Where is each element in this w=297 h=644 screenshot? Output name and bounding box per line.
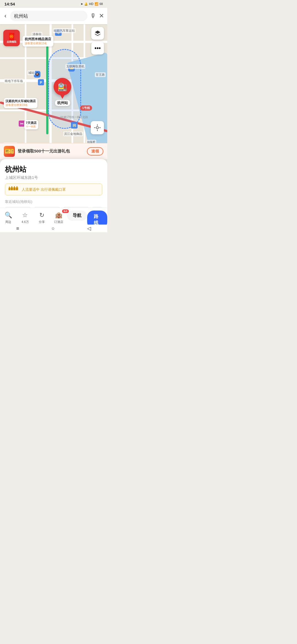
place-address: 上城区环城东路1号 <box>5 175 102 180</box>
map-controls: ••• <box>91 27 104 54</box>
map-label-ticket: 互联网取票机 <box>65 64 85 69</box>
nav-item-nearby[interactable]: 🔍 周边 <box>0 211 17 224</box>
search-input-box[interactable]: 杭州站 <box>10 11 87 21</box>
status-bar: 14:54 ➤ 🔔 HD 📶 68 <box>0 0 107 8</box>
navigate-button-container[interactable]: 导航 <box>67 211 87 221</box>
place-name: 杭州站 <box>5 165 102 174</box>
pin-circle: 🚉 <box>54 78 71 95</box>
sys-home-button[interactable]: ○ <box>52 226 55 231</box>
map-label-binjiangjindi: 滨江金地御品 <box>63 132 83 136</box>
nearby-label-nav: 周边 <box>5 220 11 224</box>
banner-claim-button[interactable]: 速领 <box>87 147 103 155</box>
share-icon: ↻ <box>39 212 44 219</box>
svg-point-12 <box>16 186 18 187</box>
hotel-tag-1[interactable]: 杭州西米精品酒店 游客爱住榜第13名 <box>23 36 53 47</box>
svg-rect-6 <box>11 187 13 190</box>
favorites-label: 4.6万 <box>21 220 29 224</box>
close-button[interactable]: ✕ <box>99 12 104 20</box>
hotel1-rank: 游客爱住榜第13名 <box>25 42 51 45</box>
notification-icon: 🔔 <box>84 2 88 6</box>
navigation-icon: ➤ <box>81 2 83 6</box>
hotel1-name: 杭州西米精品酒店 <box>25 37 51 42</box>
nav-item-hotel[interactable]: 🏨 订酒店 低价 <box>50 211 67 224</box>
hotel-tag-3[interactable]: 7天酒店 十一特惠 <box>24 120 38 129</box>
svg-rect-8 <box>16 187 18 190</box>
pin-train-icon: 🚉 <box>58 82 67 91</box>
hotel3-tag: 十一特惠 <box>26 125 37 129</box>
nav-item-share[interactable]: ↻ 分享 <box>34 211 50 224</box>
hotel-label: 订酒店 <box>54 220 63 224</box>
hotel-badge: 低价 <box>62 209 69 213</box>
map-label-ganwang: 甘王路 <box>95 72 106 77</box>
more-button[interactable]: ••• <box>91 42 104 54</box>
sys-menu-button[interactable]: ≡ <box>16 226 19 231</box>
crowd-notice: 人流量适中 出行请佩戴口罩 <box>5 184 102 195</box>
mic-button[interactable]: 🎙 <box>90 12 96 20</box>
search-bar: ‹ 杭州站 🎙 ✕ <box>0 8 107 24</box>
nav-item-favorites[interactable]: ☆ 4.6万 <box>17 211 34 224</box>
location-button[interactable] <box>91 121 104 134</box>
map-area[interactable]: 🧧 点我领取 杭州西米精品酒店 游客爱住榜第13名 🛏 🚌 🚇 🎫 P 🛏 🛏 … <box>0 24 107 159</box>
sys-back-button[interactable]: ◁ <box>87 225 91 231</box>
network-label: HD <box>89 2 94 6</box>
status-icons: ➤ 🔔 HD 📶 68 <box>81 2 103 6</box>
star-icon: ☆ <box>22 212 28 219</box>
poi-hotel-3[interactable]: 🛏 <box>19 121 25 127</box>
red-packet-icon: 🧧 <box>7 33 16 40</box>
crowd-icon <box>9 186 20 193</box>
poi-building[interactable]: 🏢 <box>71 122 78 129</box>
svg-point-10 <box>11 186 12 187</box>
svg-rect-5 <box>9 188 10 190</box>
layers-button[interactable] <box>91 27 104 40</box>
pin-label: 杭州站 <box>55 100 70 106</box>
map-label-bus-station: 站前汽车客运站 <box>53 28 76 33</box>
svg-rect-7 <box>13 187 15 190</box>
crowd-text: 人流量适中 出行请佩戴口罩 <box>22 187 66 192</box>
hotel3-name: 7天酒店 <box>26 121 37 125</box>
system-nav-bar: ≡ ○ ◁ <box>0 225 107 232</box>
hotel2-rank: 游客爱住榜第19名 <box>6 103 36 107</box>
red-packet-button[interactable]: 🧧 点我领取 <box>3 30 20 46</box>
poi-parking[interactable]: P <box>38 79 44 85</box>
banner-icon: 🎫 <box>4 146 15 157</box>
hotel-tag-2[interactable]: 汉庭杭州火车城站酒店 游客爱住榜第19名 <box>4 98 37 108</box>
map-label-metro7: (在建)7号线一期江北段 <box>59 115 89 119</box>
signal-icon: 📶 <box>95 2 98 6</box>
nearby-icon: 🔍 <box>5 212 12 219</box>
battery-label: 68 <box>100 2 103 6</box>
more-icon: ••• <box>94 45 101 52</box>
hotel-icon: 🏨 <box>55 212 62 219</box>
svg-point-9 <box>9 187 10 188</box>
hotel2-name: 汉庭杭州火车城站酒店 <box>6 99 36 103</box>
main-station-pin[interactable]: 🚉 杭州站 <box>54 78 71 106</box>
map-label-chengzhan: 城站 <box>28 70 35 75</box>
red-packet-label: 点我领取 <box>7 40 16 43</box>
status-time: 14:54 <box>4 2 15 6</box>
svg-point-0 <box>96 127 98 129</box>
nearby-label: 靠近城站(地铁站) <box>5 199 102 204</box>
back-button[interactable]: ‹ <box>3 11 7 21</box>
pin-tail <box>60 95 65 99</box>
search-input-text: 杭州站 <box>14 13 84 19</box>
map-label-parking: 南地下停车场 <box>4 79 24 83</box>
banner-text: 登录领取500十一元出游礼包 <box>18 149 84 154</box>
line1-badge: 1号线 <box>80 105 92 111</box>
navigate-button[interactable]: 导航 <box>67 211 87 221</box>
svg-point-11 <box>14 186 15 187</box>
share-label: 分享 <box>39 220 45 224</box>
promo-banner: 🎫 登录领取500十一元出游礼包 速领 <box>0 143 107 159</box>
